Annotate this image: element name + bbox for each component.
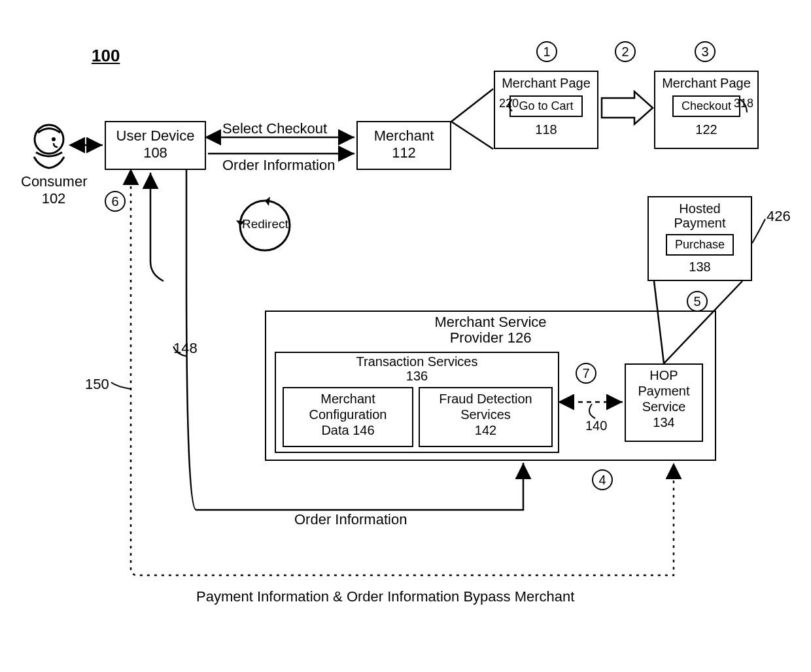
path-150-label: 150: [85, 376, 109, 393]
select-checkout-label: Select Checkout: [222, 120, 327, 137]
step-4: 4: [592, 469, 613, 490]
step-6: 6: [105, 191, 126, 212]
consumer-label: Consumer 102: [21, 173, 86, 207]
redirect-label: Redirect: [242, 217, 288, 231]
merchant-box: Merchant 112: [356, 121, 451, 170]
hop-service-box: HOP Payment Service 134: [625, 363, 703, 442]
fraud-detection-box: Fraud Detection Services 142: [419, 387, 553, 447]
user-device-box: User Device 108: [105, 121, 206, 170]
bypass-merchant-label: Payment Information & Order Information …: [196, 588, 574, 605]
checkout-button: Checkout: [672, 95, 740, 117]
order-information-bottom: Order Information: [294, 511, 407, 528]
step-5: 5: [687, 291, 708, 312]
svg-line-7: [451, 89, 493, 122]
consumer-icon: [26, 121, 72, 173]
figure-number: 100: [92, 46, 120, 66]
hosted-payment-box: HostedPayment Purchase 138: [647, 196, 752, 281]
link-140-label: 140: [585, 418, 607, 433]
merchant-page-1-inner-ref: 220: [499, 97, 519, 110]
merchant-page-2-inner-ref: 318: [734, 97, 753, 110]
svg-line-8: [451, 122, 493, 149]
purchase-button: Purchase: [666, 234, 734, 256]
merchant-config-box: Merchant Configuration Data 146: [283, 387, 413, 447]
svg-point-1: [52, 137, 56, 141]
path-148-label: 148: [173, 340, 198, 357]
svg-marker-3: [265, 197, 270, 206]
hosted-payment-inner-ref: 426: [767, 208, 791, 225]
step-1: 1: [536, 41, 557, 62]
go-to-cart-button: Go to Cart: [509, 95, 582, 117]
order-information-label-top: Order Information: [222, 157, 335, 174]
step-7: 7: [576, 363, 596, 384]
merchant-page-1: Merchant Page 220 Go to Cart 118: [494, 71, 598, 149]
step-3: 3: [695, 41, 716, 62]
step-2: 2: [615, 41, 636, 62]
merchant-page-2: Merchant Page 318 Checkout 122: [654, 71, 759, 149]
